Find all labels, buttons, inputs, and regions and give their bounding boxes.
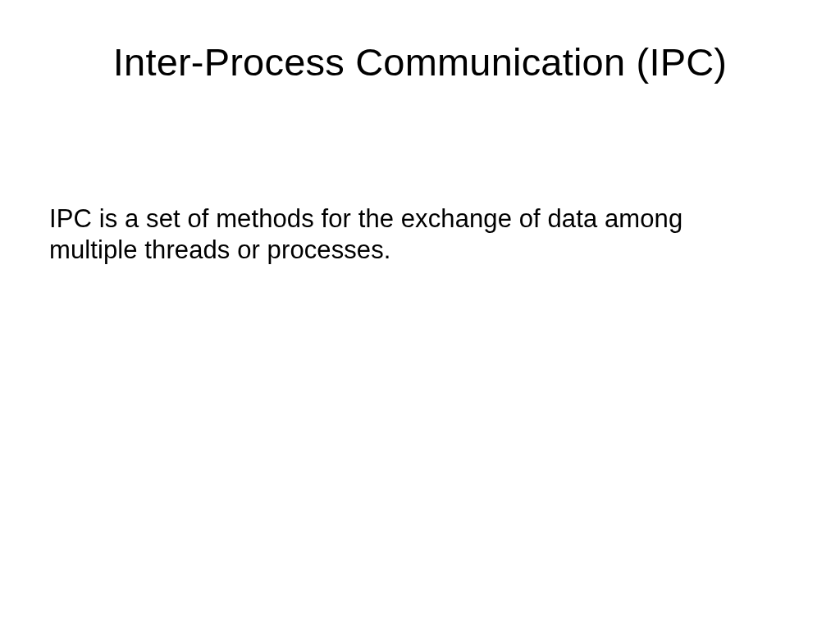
slide-body-text: IPC is a set of methods for the exchange… xyxy=(49,203,791,266)
slide-container: Inter-Process Communication (IPC) IPC is… xyxy=(0,0,840,630)
slide-title: Inter-Process Communication (IPC) xyxy=(49,39,791,84)
